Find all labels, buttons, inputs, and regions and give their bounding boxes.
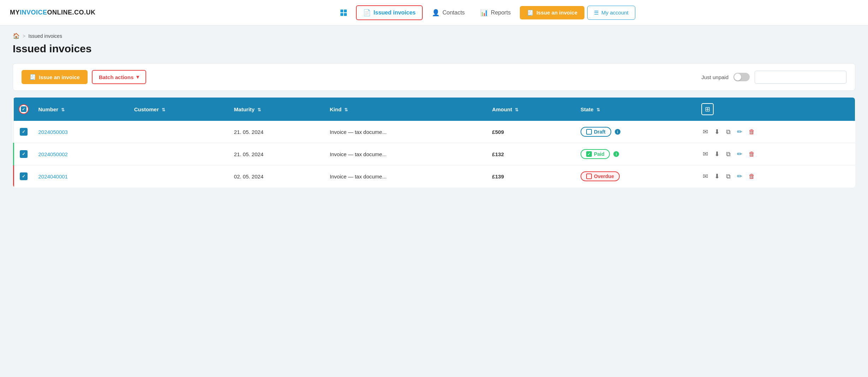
copy-button[interactable]: ⧉ [725,149,732,159]
col-number-label: Number [38,106,59,112]
state-sort-icon: ⇅ [596,107,600,112]
my-account-label: My account [601,10,629,16]
delete-button[interactable]: 🗑 [747,171,756,182]
toolbar-left: 🧾 Issue an invoice Batch actions ▾ [22,70,146,84]
delete-button[interactable]: 🗑 [747,149,756,159]
columns-toggle-button[interactable]: ⊞ [701,103,714,115]
contacts-icon: 👤 [432,9,440,17]
row-checkbox[interactable] [20,150,28,158]
draft-checkbox-icon [586,129,592,135]
badge-paid: ✓ Paid [581,149,610,159]
issue-invoice-button[interactable]: 🧾 Issue an invoice [22,70,88,84]
overdue-checkbox-icon [586,173,592,179]
row-maturity: 02. 05. 2024 [229,165,325,188]
row-customer [129,121,229,143]
batch-actions-button[interactable]: Batch actions ▾ [92,70,146,84]
invoice-link[interactable]: 2024040001 [38,173,68,179]
reports-icon: 📊 [480,9,488,17]
row-number: 2024050002 [34,143,129,165]
paid-info-icon[interactable]: i [613,151,619,157]
download-button[interactable]: ⬇ [713,171,721,182]
select-all-header [13,98,34,121]
download-button[interactable]: ⬇ [713,126,721,137]
table-row: 202405000321. 05. 2024Invoice — tax docu… [13,121,855,143]
issued-invoices-icon: 📄 [363,9,371,17]
row-checkbox-cell [13,121,34,143]
select-all-check [21,106,26,112]
delete-button[interactable]: 🗑 [747,127,756,137]
col-amount[interactable]: Amount ⇅ [487,98,576,121]
home-icon[interactable]: 🏠 [13,33,20,39]
email-button[interactable]: ✉ [701,171,709,182]
row-customer [129,143,229,165]
my-account-button[interactable]: ☰ My account [587,6,635,20]
search-input[interactable] [755,71,846,84]
navbar: MYINVOICEONLINE.CO.UK 📄 Issued invoices … [0,0,868,25]
invoice-link[interactable]: 2024050003 [38,129,68,135]
batch-actions-label: Batch actions [99,74,133,80]
col-amount-label: Amount [492,106,512,112]
nav-contacts-label: Contacts [442,10,465,16]
amount-sort-icon: ⇅ [515,107,518,112]
state-cell: Overdue [581,171,691,181]
row-amount: £132 [487,143,576,165]
row-amount: £139 [487,165,576,188]
table-header-row: Number ⇅ Customer ⇅ Maturity ⇅ Kind ⇅ Am… [13,98,855,121]
action-icons: ✉ ⬇ ⧉ ✏ 🗑 [701,149,850,159]
download-button[interactable]: ⬇ [713,149,721,159]
select-all-checkbox[interactable] [19,104,29,114]
hamburger-icon: ☰ [594,10,599,16]
col-state-label: State [581,106,594,112]
batch-actions-chevron-icon: ▾ [136,74,139,80]
nav-issued-invoices[interactable]: 📄 Issued invoices [356,5,423,20]
draft-info-icon[interactable]: i [615,129,620,135]
col-actions: ⊞ [696,98,855,121]
row-checkbox[interactable] [20,128,28,136]
col-number[interactable]: Number ⇅ [34,98,129,121]
row-customer [129,165,229,188]
copy-button[interactable]: ⧉ [725,171,732,182]
row-actions: ✉ ⬇ ⧉ ✏ 🗑 [696,165,855,188]
just-unpaid-toggle[interactable] [733,73,750,81]
brand-online: ONLINE.CO.UK [47,9,96,16]
email-button[interactable]: ✉ [701,126,709,137]
brand-invoice: INVOICE [20,9,47,16]
row-checkbox[interactable] [20,172,28,180]
nav-issue-invoice-button[interactable]: 🧾 Issue an invoice [520,6,584,19]
edit-button[interactable]: ✏ [736,171,744,182]
nav-reports[interactable]: 📊 Reports [474,6,517,19]
row-state: ✓ Paid i [576,143,696,165]
nav-reports-label: Reports [491,10,511,16]
nav-contacts[interactable]: 👤 Contacts [426,6,471,19]
invoice-table: Number ⇅ Customer ⇅ Maturity ⇅ Kind ⇅ Am… [13,97,855,188]
just-unpaid-label: Just unpaid [701,74,729,80]
nav-grid[interactable] [334,7,353,19]
customer-sort-icon: ⇅ [162,107,165,112]
row-maturity: 21. 05. 2024 [229,121,325,143]
breadcrumb: 🏠 > Issued invoices [13,33,855,39]
col-state[interactable]: State ⇅ [576,98,696,121]
badge-draft: Draft [581,127,611,137]
col-maturity[interactable]: Maturity ⇅ [229,98,325,121]
col-customer[interactable]: Customer ⇅ [129,98,229,121]
edit-button[interactable]: ✏ [736,149,744,159]
col-kind-label: Kind [330,106,341,112]
col-kind[interactable]: Kind ⇅ [325,98,487,121]
email-button[interactable]: ✉ [701,149,709,159]
edit-button[interactable]: ✏ [736,126,744,137]
row-checkbox-cell [13,165,34,188]
issue-invoice-btn-icon: 🧾 [29,74,36,80]
page-title: Issued invoices [13,43,855,55]
row-actions: ✉ ⬇ ⧉ ✏ 🗑 [696,121,855,143]
breadcrumb-separator: > [23,33,25,39]
paid-checkbox-icon: ✓ [586,151,592,157]
copy-button[interactable]: ⧉ [725,127,732,137]
toolbar-right: Just unpaid [701,71,846,84]
draft-label: Draft [594,129,606,135]
row-actions: ✉ ⬇ ⧉ ✏ 🗑 [696,143,855,165]
invoice-tbody: 202405000321. 05. 2024Invoice — tax docu… [13,121,855,188]
row-state: Overdue [576,165,696,188]
main-content: 🏠 > Issued invoices Issued invoices 🧾 Is… [0,25,868,195]
invoice-link[interactable]: 2024050002 [38,151,68,157]
row-number: 2024040001 [34,165,129,188]
